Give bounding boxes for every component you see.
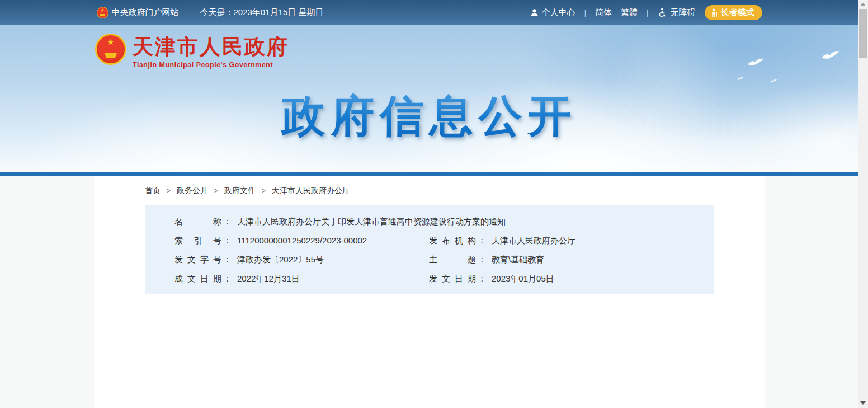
site-logo[interactable]: 天津市人民政府 Tianjin Municipal People's Gover… <box>95 34 289 69</box>
doc-index-cell: 索引号： 111200000001250229/2023-00002 <box>174 231 429 250</box>
doc-index-label: 索引号 <box>174 231 221 250</box>
traditional-chinese-link[interactable]: 繁體 <box>621 7 638 18</box>
doc-info-row-dates: 成文日期： 2022年12月31日 发文日期： 2023年01月05日 <box>174 269 702 288</box>
doc-written-date-label: 成文日期 <box>174 269 221 288</box>
doc-written-date-cell: 成文日期： 2022年12月31日 <box>174 269 429 288</box>
breadcrumb-separator: > <box>167 187 171 195</box>
colon: ： <box>223 231 232 250</box>
dove-icon <box>736 76 745 81</box>
site-name-english: Tianjin Municipal People's Government <box>133 61 289 69</box>
doc-info-row-number: 发文字号： 津政办发〔2022〕55号 主题： 教育\基础教育 <box>174 250 702 269</box>
colon: ： <box>478 269 486 288</box>
user-center-link[interactable]: 个人中心 <box>530 7 575 18</box>
doc-publish-date-label: 发文日期 <box>429 269 476 288</box>
content-column: 首页 > 政务公开 > 政府文件 > 天津市人民政府办公厅 名称： 天津市人民政… <box>94 176 765 408</box>
user-icon <box>530 8 539 17</box>
breadcrumb-item-open-gov[interactable]: 政务公开 <box>177 186 208 196</box>
elder-person-icon <box>710 8 718 17</box>
header-banner: 天津市人民政府 Tianjin Municipal People's Gover… <box>0 25 858 172</box>
colon: ： <box>223 212 232 231</box>
doc-subject-value: 教育\基础教育 <box>492 250 544 269</box>
page: 中央政府门户网站 今天是：2023年01月15日 星期日 个人中心 | 简体 繁… <box>0 0 858 408</box>
scrollbar-down-icon[interactable] <box>860 401 866 405</box>
top-utility-bar: 中央政府门户网站 今天是：2023年01月15日 星期日 个人中心 | 简体 繁… <box>0 0 858 25</box>
doc-subject-label: 主题 <box>429 250 476 269</box>
doc-written-date-value: 2022年12月31日 <box>237 269 300 288</box>
scrollbar-thumb[interactable] <box>859 9 867 58</box>
breadcrumb: 首页 > 政务公开 > 政府文件 > 天津市人民政府办公厅 <box>94 176 765 196</box>
doc-number-cell: 发文字号： 津政办发〔2022〕55号 <box>174 250 429 269</box>
current-date-label: 今天是：2023年01月15日 星期日 <box>200 7 324 18</box>
central-gov-portal-link[interactable]: 中央政府门户网站 <box>97 7 179 18</box>
central-gov-portal-label: 中央政府门户网站 <box>112 7 179 18</box>
site-name: 天津市人民政府 <box>133 36 289 59</box>
topbar-left: 中央政府门户网站 今天是：2023年01月15日 星期日 <box>97 7 324 18</box>
breadcrumb-separator: > <box>262 187 266 195</box>
wheelchair-icon <box>658 8 667 17</box>
colon: ： <box>478 250 486 269</box>
document-info-box: 名称： 天津市人民政府办公厅关于印发天津市普通高中资源建设行动方案的通知 索引号… <box>145 205 714 294</box>
breadcrumb-item-home[interactable]: 首页 <box>145 186 161 196</box>
colon: ： <box>223 269 232 288</box>
doc-issuer-cell: 发布机构： 天津市人民政府办公厅 <box>429 231 702 250</box>
main-area: 首页 > 政务公开 > 政府文件 > 天津市人民政府办公厅 名称： 天津市人民政… <box>0 176 858 408</box>
user-center-label: 个人中心 <box>542 7 575 18</box>
doc-info-row-name: 名称： 天津市人民政府办公厅关于印发天津市普通高中资源建设行动方案的通知 <box>174 212 702 231</box>
doc-number-value: 津政办发〔2022〕55号 <box>237 250 324 269</box>
topbar-divider: | <box>647 8 648 17</box>
doc-issuer-value: 天津市人民政府办公厅 <box>492 231 575 250</box>
elder-mode-button[interactable]: 长者模式 <box>705 5 762 20</box>
scrollbar-up-icon[interactable] <box>860 3 866 6</box>
doc-name-label: 名称 <box>174 212 221 231</box>
national-emblem-icon <box>95 34 126 65</box>
accessibility-link[interactable]: 无障碍 <box>658 7 696 18</box>
simplified-chinese-link[interactable]: 简体 <box>595 7 612 18</box>
topbar-divider: | <box>584 8 586 17</box>
logo-text: 天津市人民政府 Tianjin Municipal People's Gover… <box>133 34 289 69</box>
dove-icon <box>747 57 766 68</box>
doc-index-value: 111200000001250229/2023-00002 <box>237 231 367 250</box>
doc-number-label: 发文字号 <box>174 250 221 269</box>
vertical-scrollbar[interactable] <box>858 0 868 408</box>
accessibility-label: 无障碍 <box>671 7 696 18</box>
breadcrumb-item-current: 天津市人民政府办公厅 <box>272 186 350 196</box>
breadcrumb-separator: > <box>214 187 218 195</box>
page-title: 政府信息公开 <box>0 87 858 146</box>
colon: ： <box>223 250 232 269</box>
accent-bar <box>0 172 858 176</box>
doc-name-value: 天津市人民政府办公厅关于印发天津市普通高中资源建设行动方案的通知 <box>237 212 506 231</box>
doc-info-row-index: 索引号： 111200000001250229/2023-00002 发布机构：… <box>174 231 702 250</box>
colon: ： <box>478 231 486 250</box>
doc-publish-date-value: 2023年01月05日 <box>492 269 554 288</box>
breadcrumb-item-gov-documents[interactable]: 政府文件 <box>224 186 256 196</box>
dove-icon <box>820 50 841 62</box>
dove-icon <box>770 78 779 83</box>
national-emblem-icon <box>97 7 108 18</box>
topbar-right: 个人中心 | 简体 繁體 | 无障碍 长者模式 <box>530 5 762 20</box>
doc-name-cell: 名称： 天津市人民政府办公厅关于印发天津市普通高中资源建设行动方案的通知 <box>174 212 506 231</box>
doc-subject-cell: 主题： 教育\基础教育 <box>429 250 702 269</box>
doc-publish-date-cell: 发文日期： 2023年01月05日 <box>429 269 702 288</box>
doc-issuer-label: 发布机构 <box>429 231 476 250</box>
elder-mode-label: 长者模式 <box>721 7 754 18</box>
top-utility-bar-inner: 中央政府门户网站 今天是：2023年01月15日 星期日 个人中心 | 简体 繁… <box>97 0 762 25</box>
